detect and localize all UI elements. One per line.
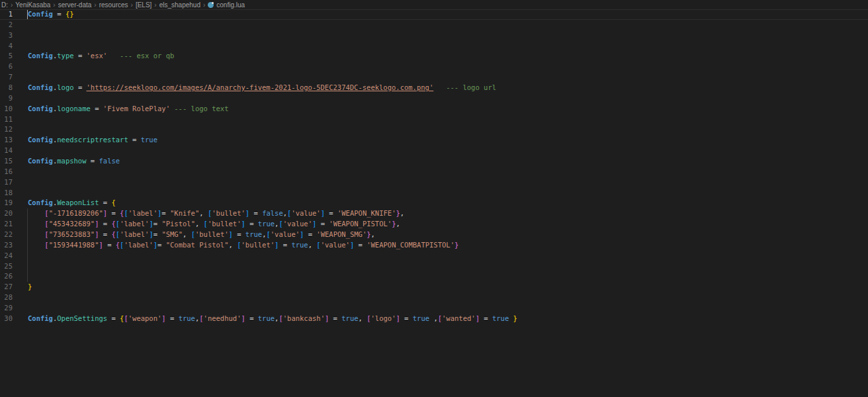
breadcrumb-item[interactable]: D: [1, 1, 8, 9]
code-token: 'bankcash' [283, 314, 325, 322]
line-number[interactable]: 24 [0, 251, 13, 261]
code-token: Config [28, 83, 53, 91]
line-number[interactable]: 3 [0, 30, 13, 41]
code-token: 'bullet' [241, 241, 275, 249]
code-line[interactable]: 22 ["736523883"] = {['label']= "SMG", ['… [0, 230, 868, 240]
line-number[interactable]: 30 [0, 314, 13, 324]
code-token: Config [28, 314, 53, 322]
breadcrumb: D:›YeniKasaba›server-data›resources›[ELS… [0, 0, 868, 9]
code-line[interactable]: 14 [0, 146, 868, 156]
breadcrumb-item[interactable]: els_shapehud [159, 1, 200, 9]
breadcrumb-item[interactable]: [ELS] [136, 1, 152, 9]
indent-guide [27, 219, 28, 230]
line-number[interactable]: 5 [0, 51, 13, 62]
line-number[interactable]: 27 [0, 282, 13, 292]
code-line[interactable]: 8Config.logo = 'https://seeklogo.com/ima… [0, 83, 868, 93]
line-number[interactable]: 16 [0, 167, 13, 177]
code-line[interactable]: 18 [0, 188, 868, 198]
line-number[interactable]: 18 [0, 188, 13, 198]
code-line[interactable]: 19Config.WeaponList = { [0, 198, 868, 208]
line-number[interactable]: 22 [0, 230, 13, 240]
line-number[interactable]: 11 [0, 114, 13, 125]
code-token: logo [57, 83, 73, 91]
code-line[interactable]: 7 [0, 72, 868, 83]
line-number[interactable]: 2 [0, 20, 13, 30]
code-token: logoname [57, 105, 91, 112]
code-token: = [74, 83, 87, 91]
code-token: = [157, 241, 166, 249]
code-token: 'label' [128, 209, 157, 217]
breadcrumb-item[interactable]: server-data [58, 1, 92, 9]
breadcrumb-item[interactable]: YeniKasaba [15, 1, 50, 9]
line-number[interactable]: 19 [0, 198, 13, 208]
code-token: = [153, 220, 162, 228]
code-editor[interactable]: 1Config = {}2345Config.type = 'esx' --- … [0, 9, 868, 397]
line-number[interactable]: 15 [0, 156, 13, 167]
code-line[interactable]: 30Config.OpenSettings = {['weapon'] = tr… [0, 314, 868, 324]
line-number[interactable]: 8 [0, 83, 13, 93]
code-token: 'esx' [87, 52, 108, 60]
line-number[interactable]: 26 [0, 271, 13, 282]
line-number[interactable]: 10 [0, 104, 13, 114]
code-line[interactable]: 6 [0, 62, 868, 72]
code-line[interactable]: 27} [0, 282, 868, 292]
code-token: Config [28, 198, 53, 206]
code-token: = [91, 105, 103, 112]
code-line[interactable]: 11 [0, 114, 868, 125]
line-number[interactable]: 29 [0, 303, 13, 314]
code-line[interactable]: 24 [0, 251, 868, 261]
line-number[interactable]: 14 [0, 146, 13, 156]
code-line[interactable]: 13Config.needscriptrestart = true [0, 135, 868, 146]
code-line[interactable]: 10Config.logoname = 'Fivem RolePlay' ---… [0, 104, 868, 114]
code-token: Config [28, 52, 53, 60]
code-line[interactable]: 28 [0, 292, 868, 303]
code-token: = [107, 209, 120, 217]
code-line[interactable]: 4 [0, 41, 868, 52]
line-content: } [13, 282, 32, 292]
line-number[interactable]: 28 [0, 292, 13, 303]
line-number[interactable]: 21 [0, 219, 13, 230]
code-line[interactable]: 26 [0, 271, 868, 282]
code-line[interactable]: 17 [0, 177, 868, 188]
code-line[interactable]: 12 [0, 124, 868, 135]
breadcrumb-item[interactable]: resources [99, 1, 128, 9]
line-number[interactable]: 17 [0, 177, 13, 188]
code-line[interactable]: 1Config = {} [0, 9, 868, 20]
code-token: , [195, 220, 204, 228]
code-token: Config [28, 105, 53, 112]
line-number[interactable]: 25 [0, 261, 13, 272]
breadcrumb-separator-icon: › [203, 1, 205, 9]
line-number[interactable]: 7 [0, 72, 13, 83]
code-line[interactable]: 16 [0, 167, 868, 177]
code-line[interactable]: 23 ["1593441988"] = {['label']= "Combat … [0, 240, 868, 251]
line-number[interactable]: 6 [0, 62, 13, 72]
code-line[interactable]: 5Config.type = 'esx' --- esx or qb [0, 51, 868, 62]
code-line[interactable]: 2 [0, 20, 868, 30]
line-number[interactable]: 12 [0, 124, 13, 135]
code-token [28, 230, 44, 238]
code-token: Config [28, 136, 53, 144]
line-number[interactable]: 1 [0, 9, 13, 20]
text-cursor [27, 10, 28, 19]
code-token: OpenSettings [57, 314, 107, 322]
line-number[interactable]: 20 [0, 208, 13, 219]
line-number[interactable]: 4 [0, 41, 13, 52]
code-line[interactable]: 3 [0, 30, 868, 41]
code-token: Config [28, 10, 53, 18]
code-line[interactable]: 29 [0, 303, 868, 314]
code-line[interactable]: 21 ["453432689"] = {['label']= "Pistol",… [0, 219, 868, 230]
code-token: = [245, 220, 258, 228]
line-number[interactable]: 13 [0, 135, 13, 146]
code-token: , [183, 230, 191, 238]
code-line[interactable]: 20 ["-1716189206"] = {['label']= "Knife"… [0, 208, 868, 219]
code-line[interactable]: 25 [0, 261, 868, 272]
code-token: = [316, 220, 329, 228]
code-token: true [413, 314, 429, 322]
line-number[interactable]: 23 [0, 240, 13, 251]
breadcrumb-item[interactable]: config.lua [216, 1, 245, 9]
code-token: 'bullet' [195, 230, 229, 238]
code-line[interactable]: 15Config.mapshow = false [0, 156, 868, 167]
breadcrumb-separator-icon: › [154, 1, 156, 9]
line-number[interactable]: 9 [0, 93, 13, 104]
code-line[interactable]: 9 [0, 93, 868, 104]
